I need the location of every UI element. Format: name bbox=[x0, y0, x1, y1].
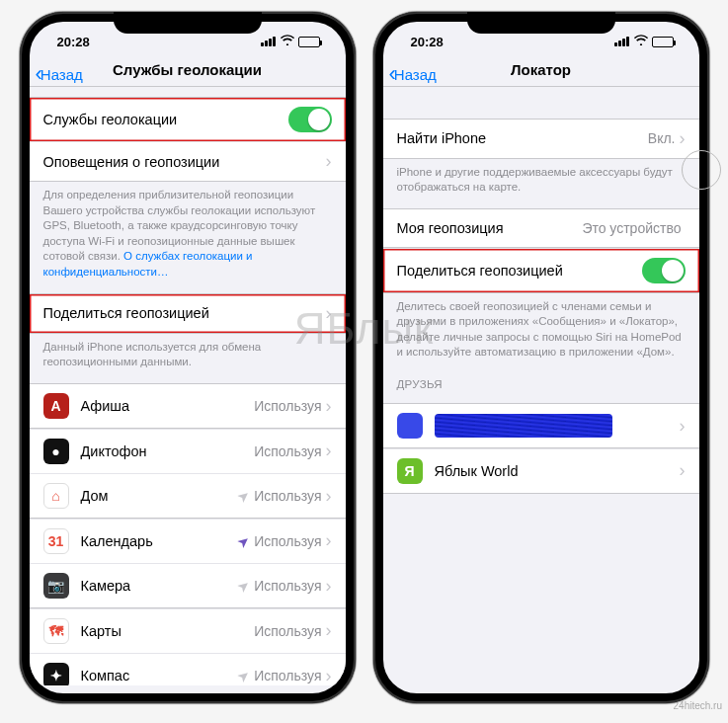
row-label: Яблык World bbox=[435, 463, 680, 479]
chevron-right-icon: › bbox=[326, 576, 332, 597]
row-label: Календарь bbox=[81, 533, 238, 549]
phone-right: 20:28 ‹ Назад Локатор Найти iPhone Вкл. bbox=[373, 12, 709, 703]
row-share-location[interactable]: Поделиться геопозицией bbox=[383, 248, 699, 293]
battery-icon bbox=[652, 37, 674, 47]
row-label: Компас bbox=[81, 668, 238, 683]
chevron-right-icon: › bbox=[680, 416, 686, 437]
footer-text: iPhone и другие поддерживаемые аксессуар… bbox=[383, 159, 699, 200]
footer-text: Делитесь своей геопозицией с членами сем… bbox=[383, 293, 699, 364]
chevron-right-icon: › bbox=[326, 486, 332, 507]
chevron-right-icon: › bbox=[326, 396, 332, 417]
chevron-right-icon: › bbox=[326, 303, 332, 324]
status-time: 20:28 bbox=[411, 35, 444, 49]
back-label: Назад bbox=[40, 66, 83, 83]
app-icon: ● bbox=[43, 439, 69, 464]
annotation-circle bbox=[682, 150, 721, 190]
chevron-right-icon: › bbox=[326, 666, 332, 685]
row-app-карты[interactable]: 🗺КартыИспользуя› bbox=[30, 608, 346, 654]
chevron-right-icon: › bbox=[326, 151, 332, 172]
row-label: Диктофон bbox=[81, 443, 255, 459]
row-location-services[interactable]: Службы геолокации bbox=[30, 97, 346, 142]
row-label: Камера bbox=[81, 578, 238, 594]
app-icon: ✦ bbox=[43, 663, 69, 685]
notch bbox=[114, 12, 262, 34]
row-value: Вкл. bbox=[648, 130, 676, 146]
row-app-афиша[interactable]: AАфишаИспользуя› bbox=[30, 383, 346, 429]
back-button[interactable]: ‹ Назад bbox=[389, 61, 437, 87]
row-app-календарь[interactable]: 31Календарь➤Используя› bbox=[30, 519, 346, 564]
row-app-дом[interactable]: ⌂Дом➤Используя› bbox=[30, 473, 346, 519]
row-label: Моя геопозиция bbox=[397, 220, 583, 236]
row-value: Используя bbox=[254, 623, 321, 639]
row-label: Оповещения о геопозиции bbox=[43, 154, 326, 170]
row-app-компас[interactable]: ✦Компас➤Используя› bbox=[30, 653, 346, 685]
wifi-icon bbox=[634, 35, 648, 48]
apps-list: AАфишаИспользуя›●ДиктофонИспользуя›⌂Дом➤… bbox=[30, 383, 346, 685]
row-value: Используя bbox=[254, 533, 321, 549]
chevron-right-icon: › bbox=[680, 128, 686, 149]
app-icon: 📷 bbox=[43, 573, 69, 599]
chevron-right-icon: › bbox=[326, 441, 332, 461]
cellular-icon bbox=[261, 35, 277, 49]
cellular-icon bbox=[614, 35, 630, 49]
nav-bar: ‹ Назад Локатор bbox=[383, 55, 699, 87]
row-label: Поделиться геопозицией bbox=[43, 305, 326, 321]
app-icon: ⌂ bbox=[43, 483, 69, 509]
chevron-right-icon: › bbox=[680, 460, 686, 481]
status-time: 20:28 bbox=[57, 35, 90, 49]
row-value: Используя bbox=[254, 488, 321, 504]
app-icon: A bbox=[43, 393, 69, 419]
row-label: Дом bbox=[81, 488, 238, 504]
footer-text: Данный iPhone используется для обмена ге… bbox=[30, 334, 346, 374]
row-location-alerts[interactable]: Оповещения о геопозиции › bbox=[30, 141, 346, 182]
battery-icon bbox=[298, 37, 320, 47]
row-friend-yablyk[interactable]: Я Яблык World › bbox=[383, 448, 699, 494]
avatar-icon bbox=[397, 413, 423, 439]
row-my-position[interactable]: Моя геопозиция Это устройство bbox=[383, 208, 699, 248]
row-find-iphone[interactable]: Найти iPhone Вкл. › bbox=[383, 119, 699, 159]
row-label: Поделиться геопозицией bbox=[397, 263, 642, 279]
back-label: Назад bbox=[394, 66, 437, 83]
row-value: Используя bbox=[254, 398, 321, 414]
scroll-content[interactable]: Найти iPhone Вкл. › iPhone и другие подд… bbox=[383, 87, 699, 685]
row-app-камера[interactable]: 📷Камера➤Используя› bbox=[30, 563, 346, 608]
notch bbox=[467, 12, 615, 34]
redacted-name bbox=[435, 414, 612, 438]
row-value: Используя bbox=[254, 578, 321, 594]
back-button[interactable]: ‹ Назад bbox=[36, 61, 83, 87]
row-label: Найти iPhone bbox=[397, 130, 648, 146]
chevron-right-icon: › bbox=[326, 620, 332, 641]
row-friend-redacted[interactable]: › bbox=[383, 403, 699, 448]
home-indicator[interactable] bbox=[482, 694, 601, 698]
chevron-right-icon: › bbox=[326, 530, 332, 551]
app-icon: 31 bbox=[43, 528, 69, 554]
row-label: Службы геолокации bbox=[43, 112, 288, 127]
nav-title: Службы геолокации bbox=[113, 61, 262, 78]
corner-watermark: 24hitech.ru bbox=[674, 700, 722, 711]
nav-title: Локатор bbox=[511, 61, 571, 78]
switch-on[interactable] bbox=[288, 107, 332, 132]
row-label: Карты bbox=[81, 623, 255, 639]
scroll-content[interactable]: Службы геолокации Оповещения о геопозици… bbox=[30, 87, 346, 685]
row-label: Афиша bbox=[81, 398, 255, 414]
nav-bar: ‹ Назад Службы геолокации bbox=[30, 55, 346, 87]
row-value: Это устройство bbox=[582, 220, 681, 236]
wifi-icon bbox=[281, 35, 294, 48]
row-app-диктофон[interactable]: ●ДиктофонИспользуя› bbox=[30, 429, 346, 474]
avatar-icon: Я bbox=[397, 458, 423, 484]
footer-text: Для определения приблизительной геопозиц… bbox=[30, 182, 346, 283]
row-value: Используя bbox=[254, 443, 321, 459]
home-indicator[interactable] bbox=[128, 694, 247, 698]
section-header-friends: ДРУЗЬЯ bbox=[383, 364, 699, 394]
row-share-location[interactable]: Поделиться геопозицией › bbox=[30, 293, 346, 334]
switch-on[interactable] bbox=[642, 258, 686, 283]
row-value: Используя bbox=[254, 668, 321, 683]
phone-left: 20:28 ‹ Назад Службы геолокации Службы г… bbox=[20, 12, 356, 703]
app-icon: 🗺 bbox=[43, 618, 69, 644]
